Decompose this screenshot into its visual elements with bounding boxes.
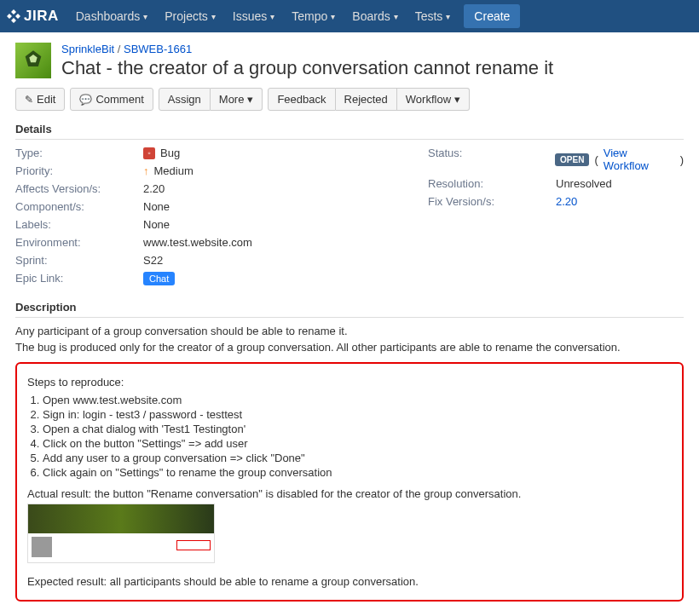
environment-label: Environment: bbox=[15, 236, 143, 249]
issue-title: Chat - the creator of a group conversati… bbox=[61, 57, 553, 79]
step-item: Sign in: login - test3 / password - test… bbox=[43, 408, 672, 421]
step-item: Click on the button "Settings" => add us… bbox=[43, 437, 672, 450]
more-button[interactable]: More ▾ bbox=[211, 88, 263, 111]
labels-label: Labels: bbox=[15, 218, 143, 231]
section-details-title: Details bbox=[15, 123, 684, 140]
sprint-label: Sprint: bbox=[15, 254, 143, 267]
fix-version-value[interactable]: 2.20 bbox=[556, 195, 577, 208]
description-line-2: The bug is produced only for the creator… bbox=[15, 341, 684, 354]
breadcrumb-project[interactable]: SprinkleBit bbox=[61, 43, 114, 55]
project-avatar-icon bbox=[15, 43, 51, 78]
description-line-1: Any participant of a group conversation … bbox=[15, 325, 684, 337]
issue-toolbar: ✎Edit 💬Comment Assign More ▾ Feedback Re… bbox=[15, 88, 684, 111]
step-item: Click again on "Settings" to rename the … bbox=[43, 466, 672, 479]
caret-down-icon: ▾ bbox=[211, 12, 216, 21]
nav-tests[interactable]: Tests▾ bbox=[407, 0, 459, 32]
comment-icon: 💬 bbox=[79, 94, 92, 106]
details-grid: Type:◦Bug Priority:↑Medium Affects Versi… bbox=[15, 147, 684, 285]
comment-button[interactable]: 💬Comment bbox=[70, 88, 153, 111]
step-item: Add any user to a group conversation => … bbox=[43, 452, 672, 464]
type-value: ◦Bug bbox=[143, 147, 180, 159]
actual-result: Actual result: the button "Rename conver… bbox=[27, 487, 672, 500]
step-item: Open www.test.website.com bbox=[43, 394, 672, 406]
bug-icon: ◦ bbox=[143, 147, 155, 159]
jira-logo-icon bbox=[7, 9, 20, 23]
caret-down-icon: ▾ bbox=[331, 12, 335, 21]
caret-down-icon: ▾ bbox=[454, 93, 460, 106]
edit-button[interactable]: ✎Edit bbox=[15, 88, 65, 111]
step-item: Open a chat dialog with 'Test1 Testingto… bbox=[43, 423, 672, 435]
environment-value: www.test.website.com bbox=[143, 236, 252, 249]
resolution-label: Resolution: bbox=[428, 177, 556, 190]
caret-down-icon: ▾ bbox=[270, 12, 274, 21]
workflow-button[interactable]: Workflow ▾ bbox=[397, 88, 470, 111]
breadcrumb: SprinkleBit / SBWEB-1661 bbox=[61, 43, 553, 55]
epic-link-label: Epic Link: bbox=[15, 272, 143, 285]
epic-link-value[interactable]: Chat bbox=[143, 272, 175, 285]
priority-value: ↑Medium bbox=[143, 164, 194, 177]
components-value: None bbox=[143, 200, 170, 213]
top-nav: JIRA Dashboards▾ Projects▾ Issues▾ Tempo… bbox=[0, 0, 699, 32]
affects-version-label: Affects Version/s: bbox=[15, 182, 143, 195]
type-label: Type: bbox=[15, 147, 143, 159]
nav-dashboards[interactable]: Dashboards▾ bbox=[67, 0, 157, 32]
priority-label: Priority: bbox=[15, 164, 143, 177]
affects-version-value: 2.20 bbox=[143, 182, 165, 195]
nav-tempo[interactable]: Tempo▾ bbox=[283, 0, 344, 32]
caret-down-icon: ▾ bbox=[394, 12, 398, 21]
highlighted-steps-box: Steps to reproduce: Open www.test.websit… bbox=[15, 362, 684, 602]
nav-projects[interactable]: Projects▾ bbox=[156, 0, 224, 32]
status-label: Status: bbox=[428, 147, 555, 172]
steps-title: Steps to reproduce: bbox=[27, 376, 672, 389]
resolution-value: Unresolved bbox=[556, 177, 612, 190]
expected-result: Expected result: all participants should… bbox=[27, 575, 672, 588]
section-description-title: Description bbox=[15, 301, 684, 318]
issue-header: SprinkleBit / SBWEB-1661 Chat - the crea… bbox=[15, 43, 684, 79]
feedback-button[interactable]: Feedback bbox=[268, 88, 335, 111]
steps-list: Open www.test.website.com Sign in: login… bbox=[43, 394, 672, 479]
status-badge: OPEN bbox=[555, 153, 589, 166]
pencil-icon: ✎ bbox=[25, 94, 33, 106]
caret-down-icon: ▾ bbox=[247, 93, 253, 106]
nav-issues[interactable]: Issues▾ bbox=[224, 0, 283, 32]
view-workflow-link[interactable]: View Workflow bbox=[604, 147, 675, 172]
caret-down-icon: ▾ bbox=[143, 12, 147, 21]
jira-logo[interactable]: JIRA bbox=[7, 8, 59, 25]
priority-medium-icon: ↑ bbox=[143, 164, 149, 177]
labels-value: None bbox=[143, 218, 170, 231]
rejected-button[interactable]: Rejected bbox=[336, 88, 397, 111]
assign-button[interactable]: Assign bbox=[159, 88, 211, 111]
breadcrumb-issue-key[interactable]: SBWEB-1661 bbox=[124, 43, 192, 55]
fix-version-label: Fix Version/s: bbox=[428, 195, 556, 208]
caret-down-icon: ▾ bbox=[446, 12, 450, 21]
components-label: Component/s: bbox=[15, 200, 143, 213]
attachment-thumbnail[interactable] bbox=[27, 504, 215, 563]
nav-boards[interactable]: Boards▾ bbox=[344, 0, 406, 32]
sprint-value: S22 bbox=[143, 254, 163, 267]
create-button[interactable]: Create bbox=[464, 4, 520, 28]
